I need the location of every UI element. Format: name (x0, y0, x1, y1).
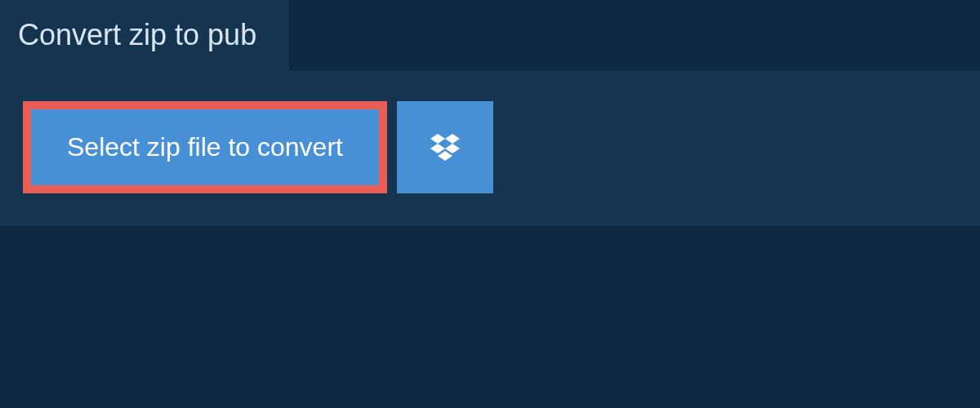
page-bottom (0, 226, 980, 389)
page-title: Convert zip to pub (18, 18, 256, 52)
svg-marker-3 (445, 144, 460, 153)
select-file-button[interactable]: Select zip file to convert (23, 101, 387, 193)
content-panel: Select zip file to convert (0, 70, 980, 226)
dropbox-button[interactable] (397, 101, 493, 193)
svg-marker-4 (438, 151, 452, 161)
svg-marker-0 (430, 134, 445, 144)
tab-header: Convert zip to pub (0, 0, 289, 70)
dropbox-icon (428, 131, 462, 165)
svg-marker-1 (445, 134, 460, 144)
select-file-label: Select zip file to convert (67, 132, 343, 162)
svg-marker-2 (430, 144, 445, 153)
button-row: Select zip file to convert (23, 101, 957, 193)
